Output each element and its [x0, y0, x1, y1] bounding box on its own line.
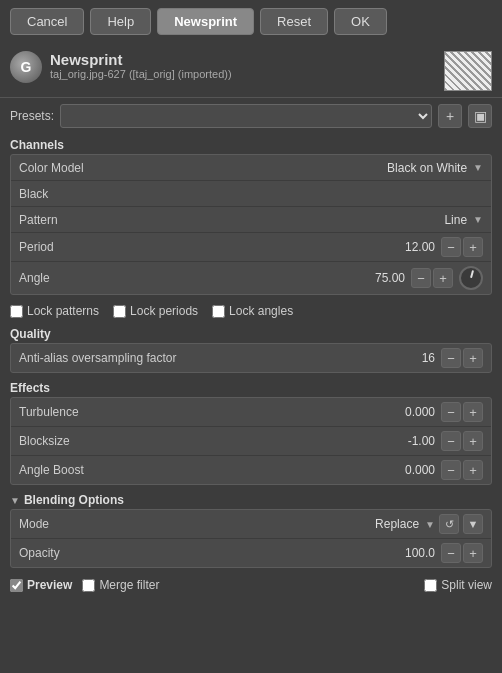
aa-increment-button[interactable]: +: [463, 348, 483, 368]
cancel-button[interactable]: Cancel: [10, 8, 84, 35]
presets-label: Presets:: [10, 109, 54, 123]
mode-row-right: Replace ▼ ↺ ▼: [375, 514, 483, 534]
turbulence-stepper: − +: [441, 402, 483, 422]
quality-section-header: Quality: [0, 323, 502, 343]
lock-periods-label: Lock periods: [130, 304, 198, 318]
lock-patterns-item[interactable]: Lock patterns: [10, 304, 99, 318]
blending-header[interactable]: ▼ Blending Options: [0, 489, 502, 509]
lock-options-row: Lock patterns Lock periods Lock angles: [0, 299, 502, 323]
period-stepper: − +: [441, 237, 483, 257]
pattern-dropdown-arrow: ▼: [473, 214, 483, 225]
angle-boost-decrement-button[interactable]: −: [441, 460, 461, 480]
plugin-file: taj_orig.jpg-627 ([taj_orig] (imported)): [50, 68, 436, 80]
channels-section-header: Channels: [0, 134, 502, 154]
turbulence-value: 0.000: [395, 405, 435, 419]
lock-patterns-label: Lock patterns: [27, 304, 99, 318]
opacity-increment-button[interactable]: +: [463, 543, 483, 563]
period-row: Period 12.00 − +: [11, 233, 491, 262]
opacity-label: Opacity: [19, 546, 395, 560]
color-model-row: Color Model Black on White ▼: [11, 155, 491, 181]
preview-label: Preview: [27, 578, 72, 592]
blocksize-label: Blocksize: [19, 434, 395, 448]
mode-row: Mode Replace ▼ ↺ ▼: [11, 510, 491, 539]
period-label: Period: [19, 240, 395, 254]
effects-panel: Turbulence 0.000 − + Blocksize -1.00 − +…: [10, 397, 492, 485]
lock-patterns-checkbox[interactable]: [10, 305, 23, 318]
angle-value: 75.00: [365, 271, 405, 285]
presets-add-button[interactable]: +: [438, 104, 462, 128]
blocksize-increment-button[interactable]: +: [463, 431, 483, 451]
split-view-item[interactable]: Split view: [424, 578, 492, 592]
mode-label: Mode: [19, 517, 375, 531]
blending-panel: Mode Replace ▼ ↺ ▼ Opacity 100.0 − +: [10, 509, 492, 568]
mode-extra-button[interactable]: ▼: [463, 514, 483, 534]
angle-knob[interactable]: [459, 266, 483, 290]
effects-section-header: Effects: [0, 377, 502, 397]
presets-save-button[interactable]: ▣: [468, 104, 492, 128]
angle-boost-value: 0.000: [395, 463, 435, 477]
lock-periods-checkbox[interactable]: [113, 305, 126, 318]
channels-panel: Color Model Black on White ▼ Black Patte…: [10, 154, 492, 295]
lock-angles-label: Lock angles: [229, 304, 293, 318]
lock-angles-checkbox[interactable]: [212, 305, 225, 318]
blocksize-decrement-button[interactable]: −: [441, 431, 461, 451]
opacity-value: 100.0: [395, 546, 435, 560]
blocksize-row: Blocksize -1.00 − +: [11, 427, 491, 456]
presets-row: Presets: + ▣: [0, 98, 502, 134]
angle-boost-increment-button[interactable]: +: [463, 460, 483, 480]
top-toolbar: Cancel Help Newsprint Reset OK: [0, 0, 502, 43]
angle-stepper: − +: [411, 268, 453, 288]
angle-decrement-button[interactable]: −: [411, 268, 431, 288]
mode-dropdown[interactable]: Replace ▼: [375, 517, 435, 531]
pattern-dropdown[interactable]: Line ▼: [444, 213, 483, 227]
angle-boost-label: Angle Boost: [19, 463, 395, 477]
turbulence-decrement-button[interactable]: −: [441, 402, 461, 422]
black-label: Black: [19, 187, 483, 201]
help-button[interactable]: Help: [90, 8, 151, 35]
merge-filter-checkbox[interactable]: [82, 579, 95, 592]
merge-filter-label: Merge filter: [99, 578, 159, 592]
split-view-checkbox[interactable]: [424, 579, 437, 592]
turbulence-row: Turbulence 0.000 − +: [11, 398, 491, 427]
blending-label: Blending Options: [24, 493, 124, 507]
mode-reset-button[interactable]: ↺: [439, 514, 459, 534]
period-increment-button[interactable]: +: [463, 237, 483, 257]
plugin-logo-icon: G: [10, 51, 42, 83]
newsprint-button[interactable]: Newsprint: [157, 8, 254, 35]
lock-periods-item[interactable]: Lock periods: [113, 304, 198, 318]
save-icon: ▣: [474, 108, 487, 124]
bottom-row: Preview Merge filter Split view: [0, 572, 502, 598]
color-model-dropdown[interactable]: Black on White ▼: [387, 161, 483, 175]
plugin-title-block: Newsprint taj_orig.jpg-627 ([taj_orig] (…: [50, 51, 436, 80]
turbulence-label: Turbulence: [19, 405, 395, 419]
blocksize-stepper: − +: [441, 431, 483, 451]
preview-checkbox[interactable]: [10, 579, 23, 592]
turbulence-increment-button[interactable]: +: [463, 402, 483, 422]
mode-value: Replace: [375, 517, 419, 531]
plugin-header: G Newsprint taj_orig.jpg-627 ([taj_orig]…: [0, 43, 502, 98]
preview-item[interactable]: Preview: [10, 578, 72, 592]
pattern-row: Pattern Line ▼: [11, 207, 491, 233]
aa-value: 16: [395, 351, 435, 365]
opacity-stepper: − +: [441, 543, 483, 563]
pattern-value: Line: [444, 213, 467, 227]
blocksize-value: -1.00: [395, 434, 435, 448]
angle-boost-stepper: − +: [441, 460, 483, 480]
ok-button[interactable]: OK: [334, 8, 387, 35]
angle-increment-button[interactable]: +: [433, 268, 453, 288]
period-value: 12.00: [395, 240, 435, 254]
reset-button[interactable]: Reset: [260, 8, 328, 35]
opacity-decrement-button[interactable]: −: [441, 543, 461, 563]
blending-collapse-arrow: ▼: [10, 495, 20, 506]
angle-row: Angle 75.00 − +: [11, 262, 491, 294]
presets-select[interactable]: [60, 104, 432, 128]
aa-decrement-button[interactable]: −: [441, 348, 461, 368]
mode-dropdown-arrow: ▼: [425, 519, 435, 530]
black-label-row: Black: [11, 181, 491, 207]
period-decrement-button[interactable]: −: [441, 237, 461, 257]
merge-filter-item[interactable]: Merge filter: [82, 578, 159, 592]
color-model-label: Color Model: [19, 161, 387, 175]
plugin-name: Newsprint: [50, 51, 436, 68]
color-model-value: Black on White: [387, 161, 467, 175]
lock-angles-item[interactable]: Lock angles: [212, 304, 293, 318]
